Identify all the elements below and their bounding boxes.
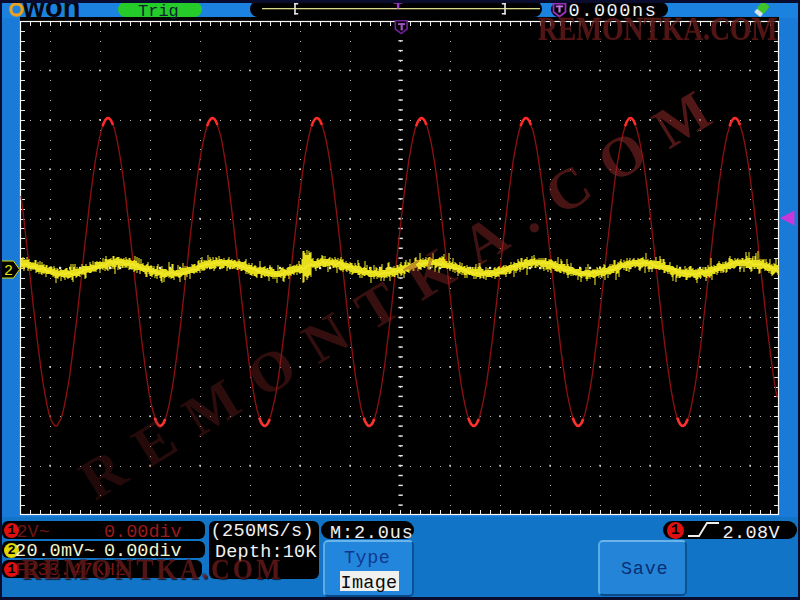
svg-text:2: 2 xyxy=(4,263,13,280)
